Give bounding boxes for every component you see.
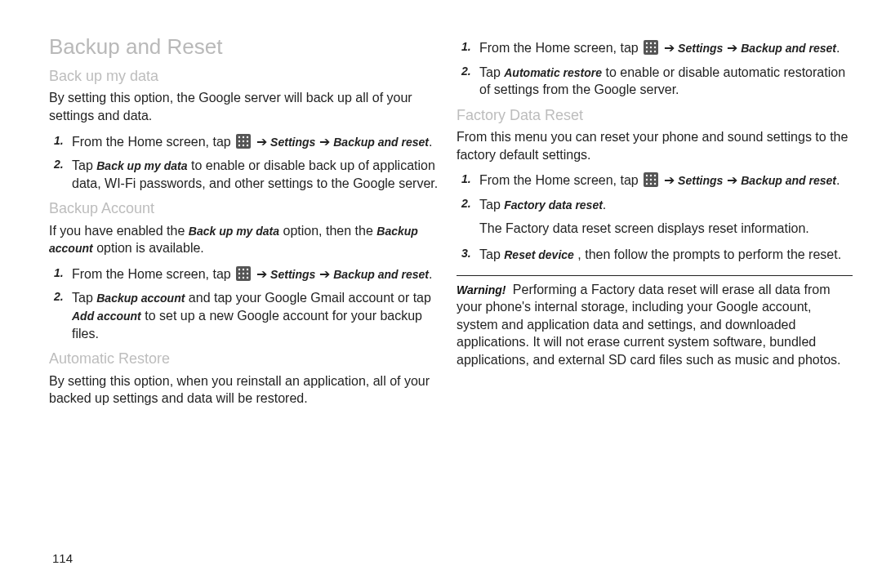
step-text: From the Home screen, tap [72,135,231,149]
svg-point-3 [247,136,248,137]
svg-point-39 [654,183,656,185]
ui-term: Backup account [96,292,185,305]
step: 3. Tap Reset device , then follow the pr… [457,246,853,264]
svg-point-28 [650,51,652,52]
svg-point-23 [654,42,656,44]
step-number: 3. [461,246,471,261]
backup-my-data-intro: By setting this option, the Google serve… [49,89,445,124]
step: 2. Tap Backup account and tap your Googl… [49,289,445,342]
page-number: 114 [52,551,73,565]
svg-point-32 [650,175,652,176]
step-number: 1. [461,39,471,55]
ui-term: Factory data reset [504,198,603,212]
svg-point-12 [243,269,244,270]
left-column: Backup and Reset Back up my data By sett… [49,33,445,572]
ui-term: Add account [72,310,141,323]
svg-point-27 [646,51,648,52]
svg-point-38 [650,183,652,185]
svg-point-4 [238,140,240,141]
step-number: 1. [54,265,64,281]
svg-point-37 [646,183,648,185]
ui-term: Settings [678,42,723,55]
manual-page: Backup and Reset Back up my data By sett… [0,0,882,588]
step: 1. From the Home screen, tap ➔ Settings … [49,133,445,151]
section-title-backup-my-data: Back up my data [49,66,445,86]
step-number: 2. [54,289,64,305]
svg-point-29 [654,51,656,52]
ui-term: Backup and reset [741,42,836,55]
svg-point-36 [654,179,656,180]
ui-term: Reset device [504,248,574,261]
ui-term: Settings [270,268,315,281]
step: 2. Tap Automatic restore to enable or di… [457,64,853,99]
step-number: 2. [461,64,471,79]
warning-label: Warning! [457,283,506,296]
svg-point-13 [247,269,248,270]
ui-term: Backup and reset [333,268,429,281]
step: 1. From the Home screen, tap ➔ Settings … [49,265,445,283]
apps-grid-icon [236,134,251,149]
ui-term: Backup and reset [741,174,836,187]
svg-point-7 [238,144,240,145]
section-title-factory-reset: Factory Data Reset [457,105,853,125]
ui-term: Back up my data [189,225,279,238]
svg-point-8 [243,144,244,145]
step: 1. From the Home screen, tap ➔ Settings … [457,172,853,189]
apps-grid-icon [644,40,658,55]
svg-point-22 [650,42,652,44]
svg-point-17 [238,277,240,278]
svg-point-15 [243,273,244,274]
svg-point-6 [247,140,248,141]
factory-reset-poststep: The Factory data reset screen displays r… [457,220,853,238]
backup-account-intro: If you have enabled the Back up my data … [49,222,445,257]
apps-grid-icon [236,266,251,281]
step-number: 2. [54,157,64,172]
svg-point-16 [247,273,248,274]
ui-term: Back up my data [96,159,187,172]
step-number: 2. [461,196,471,212]
step-number: 1. [54,133,64,149]
ui-term: Settings [270,136,315,149]
apps-grid-icon [644,172,658,187]
svg-point-21 [646,42,648,44]
automatic-restore-intro: By setting this option, when you reinsta… [49,372,445,408]
section-title-automatic-restore: Automatic Restore [49,349,445,368]
step-number: 1. [461,172,471,187]
svg-point-34 [646,179,648,180]
svg-point-24 [646,47,648,48]
right-column: 1. From the Home screen, tap ➔ Settings … [457,33,853,572]
svg-point-35 [650,179,652,180]
step: 2. Tap Back up my data to enable or disa… [49,157,445,192]
page-heading: Backup and Reset [49,33,445,61]
svg-point-18 [243,277,244,278]
step: 1. From the Home screen, tap ➔ Settings … [457,39,853,57]
ui-term: Settings [678,174,723,187]
svg-point-31 [646,175,648,176]
svg-point-33 [654,175,656,176]
svg-point-26 [654,47,656,48]
ui-term: Automatic restore [504,66,602,79]
ui-term: Backup and reset [333,136,429,149]
svg-point-11 [238,269,240,270]
svg-point-2 [243,136,244,137]
warning-rule-top [457,275,853,276]
svg-point-19 [247,277,248,278]
section-title-backup-account: Backup Account [49,198,445,218]
svg-point-14 [238,273,240,274]
svg-point-1 [238,136,240,137]
warning-body: Performing a Factory data reset will era… [457,283,840,367]
svg-point-5 [243,140,244,141]
svg-point-25 [650,47,652,48]
factory-reset-intro: From this menu you can reset your phone … [457,128,853,163]
warning-paragraph: Warning! Performing a Factory data reset… [457,281,853,369]
svg-point-9 [247,144,248,145]
step: 2. Tap Factory data reset. [457,196,853,214]
